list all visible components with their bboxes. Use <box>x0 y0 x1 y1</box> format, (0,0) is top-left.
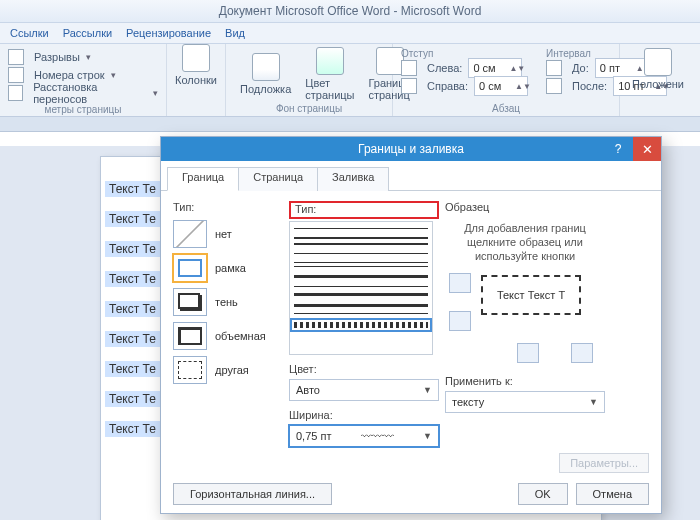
sample-hint: Для добавления границ щелкните образец и… <box>445 221 605 263</box>
tab-fill[interactable]: Заливка <box>317 167 389 191</box>
width-selector[interactable]: 0,75 пт〰〰〰▼ <box>289 425 439 447</box>
close-button[interactable]: ✕ <box>633 137 661 161</box>
dialog-titlebar: Границы и заливка ? ✕ <box>161 137 661 161</box>
tab-page[interactable]: Страница <box>238 167 318 191</box>
color-label: Цвет: <box>289 363 439 375</box>
selected-text-line[interactable]: Текст Те <box>105 181 167 197</box>
app-window: Документ Microsoft Office Word - Microso… <box>0 0 700 520</box>
group-page-background: Подложка Цвет страницы Границы страниц Ф… <box>226 44 393 116</box>
preview-box[interactable]: Текст Текст Т <box>445 273 605 333</box>
apply-to-selector[interactable]: тексту▼ <box>445 391 605 413</box>
status-strip <box>0 117 700 132</box>
dialog-tabs: Граница Страница Заливка <box>161 161 661 191</box>
selected-text-line[interactable]: Текст Те <box>105 301 167 317</box>
setting-3d[interactable]: объемная <box>173 319 283 353</box>
width-label: Ширина: <box>289 409 439 421</box>
position-button[interactable]: Положени <box>628 48 688 90</box>
columns-bigbutton[interactable]: Колонки <box>167 44 226 116</box>
selected-text-line[interactable]: Текст Те <box>105 331 167 347</box>
hyphenation-button[interactable]: Расстановка переносов ▾ <box>8 84 158 102</box>
setting-none[interactable]: нет <box>173 217 283 251</box>
setting-box[interactable]: рамка <box>173 251 283 285</box>
selected-text-line[interactable]: Текст Те <box>105 391 167 407</box>
setting-custom[interactable]: другая <box>173 353 283 387</box>
preview-column: Образец Для добавления границ щелкните о… <box>445 201 605 473</box>
style-label: Тип: <box>295 203 433 215</box>
sample-label: Образец <box>445 201 605 213</box>
tab-links[interactable]: Ссылки <box>10 27 49 39</box>
setting-shadow[interactable]: тень <box>173 285 283 319</box>
apply-to-label: Применить к: <box>445 375 605 387</box>
app-title: Документ Microsoft Office Word - Microso… <box>219 4 482 18</box>
selected-text-line[interactable]: Текст Те <box>105 241 167 257</box>
setting-column: Тип: нет рамка тень объемная другая <box>173 201 283 473</box>
group-paragraph: Отступ Слева:▲▼ Справа:▲▼ Интервал До:▲▼… <box>393 44 620 116</box>
tab-border[interactable]: Граница <box>167 167 239 191</box>
watermark-button[interactable]: Подложка <box>234 47 297 101</box>
selected-text-line[interactable]: Текст Те <box>105 211 167 227</box>
indent-right-input[interactable]: ▲▼ <box>474 76 528 96</box>
cancel-button[interactable]: Отмена <box>576 483 649 505</box>
selected-text-line[interactable]: Текст Те <box>105 421 167 437</box>
indent-left-row: Слева:▲▼ <box>401 59 528 77</box>
paragraph-group-title: Абзац <box>401 103 611 114</box>
help-button[interactable]: ? <box>605 137 631 161</box>
dialog-title: Границы и заливка <box>358 142 464 156</box>
preview-bottom-buttons <box>445 343 605 363</box>
indent-left-input[interactable]: ▲▼ <box>468 58 522 78</box>
border-right-toggle[interactable] <box>571 343 593 363</box>
group-arrange: Положени <box>620 44 696 116</box>
highlighted-style-label: Тип: <box>289 201 439 219</box>
ribbon-tabs: Ссылки Рассылки Рецензирование Вид <box>0 23 700 44</box>
border-top-toggle[interactable] <box>449 273 471 293</box>
page-background-group-title: Фон страницы <box>234 103 384 114</box>
ribbon: Разрывы ▾ Номера строк ▾ Расстановка пер… <box>0 44 700 117</box>
titlebar: Документ Microsoft Office Word - Microso… <box>0 0 700 23</box>
style-listbox[interactable] <box>289 221 433 355</box>
ok-button[interactable]: OK <box>518 483 568 505</box>
preview-sample: Текст Текст Т <box>481 275 581 315</box>
selected-text-line[interactable]: Текст Те <box>105 361 167 377</box>
indent-right-row: Справа:▲▼ <box>401 77 528 95</box>
style-column: Тип: Цвет: Авто▼ Ширина: 0,75 пт〰〰〰▼ <box>289 201 439 473</box>
borders-shading-dialog: Границы и заливка ? ✕ Граница Страница З… <box>160 136 662 514</box>
selected-text-line[interactable]: Текст Те <box>105 271 167 287</box>
border-bottom-toggle[interactable] <box>449 311 471 331</box>
options-button-wrap: Параметры... <box>559 453 649 473</box>
tab-mailings[interactable]: Рассылки <box>63 27 112 39</box>
tab-view[interactable]: Вид <box>225 27 245 39</box>
group-page-setup: Разрывы ▾ Номера строк ▾ Расстановка пер… <box>0 44 167 116</box>
page-color-button[interactable]: Цвет страницы <box>299 47 360 101</box>
breaks-button[interactable]: Разрывы ▾ <box>8 48 158 66</box>
dialog-buttons: OK Отмена <box>518 483 649 505</box>
page-setup-group-title: метры страницы <box>8 104 158 115</box>
color-selector[interactable]: Авто▼ <box>289 379 439 401</box>
horizontal-line-button[interactable]: Горизонтальная линия... <box>173 483 332 505</box>
options-button: Параметры... <box>559 453 649 473</box>
setting-label: Тип: <box>173 201 283 213</box>
border-left-toggle[interactable] <box>517 343 539 363</box>
tab-review[interactable]: Рецензирование <box>126 27 211 39</box>
